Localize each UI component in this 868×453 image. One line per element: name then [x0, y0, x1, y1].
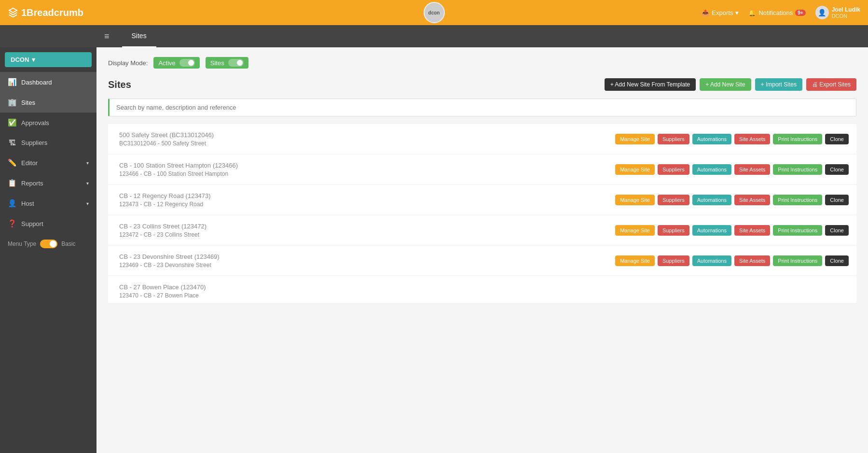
sidebar-item-reports[interactable]: 📋 Reports ▾ — [0, 173, 96, 193]
clone-button[interactable]: Clone — [825, 195, 849, 205]
user-details: Joel Ludik DCON — [832, 6, 860, 19]
import-sites-button[interactable]: + Import Sites — [755, 78, 802, 91]
editor-chevron-icon: ▾ — [86, 160, 89, 166]
table-row: 500 Safety Street (BC313012046) BC313012… — [108, 124, 856, 154]
site-assets-button[interactable]: Site Assets — [734, 255, 770, 266]
site-actions: Manage Site Suppliers Automations Site A… — [615, 225, 849, 236]
site-info: 500 Safety Street (BC313012046) BC313012… — [119, 131, 214, 147]
support-icon: ❓ — [8, 219, 16, 228]
manage-site-button[interactable]: Manage Site — [615, 225, 655, 236]
sites-list: 500 Safety Street (BC313012046) BC313012… — [108, 124, 856, 303]
site-actions: Manage Site Suppliers Automations Site A… — [615, 195, 849, 205]
top-nav-right: 📤 Exports ▾ 🔔 Notifications 9+ 👤 Joel Lu… — [702, 6, 860, 19]
clone-button[interactable]: Clone — [825, 225, 849, 236]
manage-site-button[interactable]: Manage Site — [615, 134, 655, 144]
top-navigation: 1Breadcrumb dcon 📤 Exports ▾ 🔔 Notificat… — [0, 0, 868, 25]
dashboard-icon: 📊 — [8, 78, 16, 86]
site-info: CB - 23 Collins Street (123472) 123472 -… — [119, 222, 207, 238]
sidebar-item-support[interactable]: ❓ Support — [0, 213, 96, 234]
active-toggle[interactable]: Active — [153, 57, 199, 69]
user-name: Joel Ludik — [832, 6, 860, 13]
editor-icon: ✏️ — [8, 158, 16, 167]
org-button[interactable]: DCON ▾ — [5, 52, 92, 67]
site-assets-button[interactable]: Site Assets — [734, 195, 770, 205]
site-ref: 123472 - CB - 23 Collins Street — [119, 231, 207, 238]
suppliers-button[interactable]: Suppliers — [658, 134, 689, 144]
notifications-button[interactable]: 🔔 Notifications 9+ — [748, 9, 805, 16]
sites-toggle[interactable]: Sites — [206, 57, 248, 69]
site-assets-button[interactable]: Site Assets — [734, 164, 770, 175]
add-new-site-button[interactable]: + Add New Site — [700, 78, 751, 91]
org-logo: dcon — [424, 2, 445, 23]
automations-button[interactable]: Automations — [692, 225, 731, 236]
clone-button[interactable]: Clone — [825, 164, 849, 175]
automations-button[interactable]: Automations — [692, 164, 731, 175]
suppliers-button[interactable]: Suppliers — [658, 225, 689, 236]
manage-site-button[interactable]: Manage Site — [615, 195, 655, 205]
sites-icon: 🏢 — [8, 98, 16, 107]
print-instructions-button[interactable]: Print Instructions — [773, 225, 822, 236]
site-name: 500 Safety Street (BC313012046) — [119, 131, 214, 139]
search-input[interactable] — [108, 99, 856, 116]
table-row: CB - 27 Bowen Place (123470) 123470 - CB… — [108, 276, 856, 303]
display-mode-label: Display Mode: — [108, 59, 148, 67]
site-name: CB - 27 Bowen Place (123470) — [119, 283, 206, 291]
add-from-template-button[interactable]: + Add New Site From Template — [605, 78, 696, 91]
clone-button[interactable]: Clone — [825, 134, 849, 144]
notification-count: 9+ — [795, 10, 805, 16]
automations-button[interactable]: Automations — [692, 195, 731, 205]
host-icon: 👤 — [8, 199, 16, 208]
site-assets-button[interactable]: Site Assets — [734, 225, 770, 236]
sidebar-item-suppliers[interactable]: 🏗 Suppliers — [0, 133, 96, 153]
export-icon: 📤 — [702, 9, 709, 16]
sidebar-item-editor[interactable]: ✏️ Editor ▾ — [0, 153, 96, 173]
menu-type-toggle[interactable] — [40, 240, 57, 248]
sites-switch[interactable] — [228, 59, 244, 67]
hamburger-button[interactable]: ≡ — [96, 31, 117, 42]
site-name: CB - 12 Regency Road (123473) — [119, 192, 211, 199]
print-instructions-button[interactable]: Print Instructions — [773, 195, 822, 205]
sidebar-item-host[interactable]: 👤 Host ▾ — [0, 193, 96, 213]
suppliers-button[interactable]: Suppliers — [658, 255, 689, 266]
suppliers-button[interactable]: Suppliers — [658, 195, 689, 205]
sidebar-item-sites[interactable]: 🏢 Sites — [0, 92, 96, 113]
site-actions: Manage Site Suppliers Automations Site A… — [615, 164, 849, 175]
suppliers-button[interactable]: Suppliers — [658, 164, 689, 175]
sidebar-item-dashboard[interactable]: 📊 Dashboard — [0, 72, 96, 92]
site-assets-button[interactable]: Site Assets — [734, 134, 770, 144]
reports-icon: 📋 — [8, 179, 16, 187]
header-buttons: + Add New Site From Template + Add New S… — [605, 78, 856, 91]
manage-site-button[interactable]: Manage Site — [615, 255, 655, 266]
approvals-icon: ✅ — [8, 118, 16, 127]
table-row: CB - 23 Devonshire Street (123469) 12346… — [108, 246, 856, 275]
print-instructions-button[interactable]: Print Instructions — [773, 134, 822, 144]
secondary-navigation: ≡ Sites — [0, 25, 868, 47]
reports-chevron-icon: ▾ — [86, 181, 89, 186]
org-chevron-icon: ▾ — [32, 56, 35, 63]
site-actions: Manage Site Suppliers Automations Site A… — [615, 134, 849, 144]
sidebar-item-approvals[interactable]: ✅ Approvals — [0, 113, 96, 133]
automations-button[interactable]: Automations — [692, 134, 731, 144]
menu-type-label: Menu Type — [8, 241, 36, 247]
menu-type-section: Menu Type Basic — [0, 234, 96, 254]
sites-tab[interactable]: Sites — [122, 25, 156, 47]
active-switch[interactable] — [179, 59, 195, 67]
user-info[interactable]: 👤 Joel Ludik DCON — [815, 6, 860, 19]
menu-type-value: Basic — [61, 241, 75, 247]
automations-button[interactable]: Automations — [692, 255, 731, 266]
site-ref: 123466 - CB - 100 Station Street Hampton — [119, 170, 238, 177]
suppliers-icon: 🏗 — [8, 139, 16, 147]
bell-icon: 🔔 — [748, 9, 756, 16]
site-actions: Manage Site Suppliers Automations Site A… — [615, 255, 849, 266]
print-instructions-button[interactable]: Print Instructions — [773, 164, 822, 175]
brand-name: 1Breadcrumb — [21, 7, 83, 18]
clone-button[interactable]: Clone — [825, 255, 849, 266]
manage-site-button[interactable]: Manage Site — [615, 164, 655, 175]
table-row: CB - 23 Collins Street (123472) 123472 -… — [108, 215, 856, 245]
site-name: CB - 100 Station Street Hampton (123466) — [119, 161, 238, 169]
exports-button[interactable]: 📤 Exports ▾ — [702, 9, 739, 16]
print-instructions-button[interactable]: Print Instructions — [773, 255, 822, 266]
export-sites-button[interactable]: 🖨 Export Sites — [806, 78, 856, 91]
user-org: DCON — [832, 13, 860, 19]
site-info: CB - 23 Devonshire Street (123469) 12346… — [119, 253, 220, 269]
